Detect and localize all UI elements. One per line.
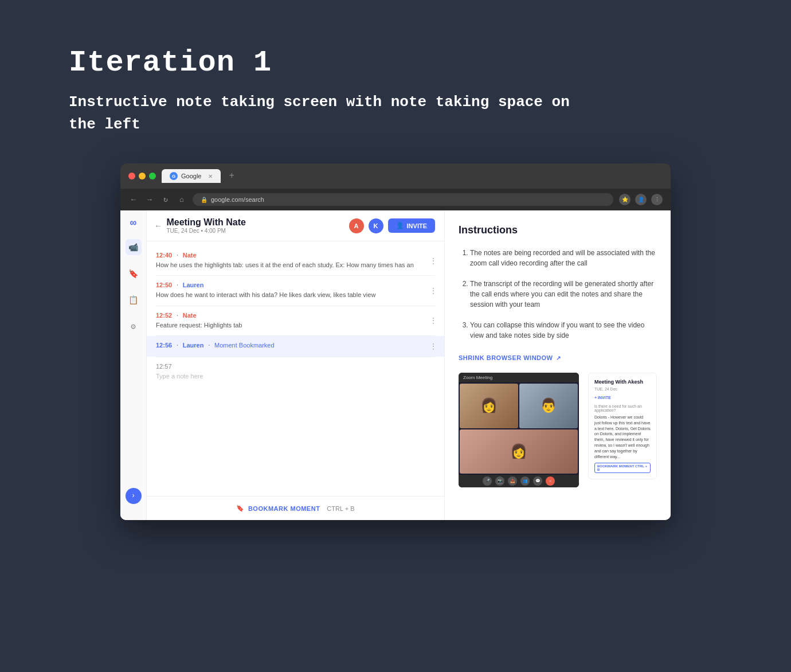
meeting-info: Meeting With Nate TUE, 24 Dec • 4:00 PM [166,217,246,234]
logo-symbol: ∞ [130,217,136,229]
note-item[interactable]: 12:40 · Nate How he uses the highlights … [147,246,444,275]
instruction-item-1: The notes are being recorded and will be… [470,248,657,268]
add-tab-button[interactable]: + [229,171,234,181]
meeting-meta: TUE, 24 Dec • 4:00 PM [166,228,246,234]
back-button[interactable]: ← [156,221,160,230]
note-time: 12:57 [156,363,172,370]
invite-button[interactable]: 👤 INVITE [388,218,435,233]
note-author: Lauren [183,342,204,349]
lock-icon: 🔒 [201,197,207,203]
chat-button[interactable]: 💬 [533,476,542,486]
instructions-list: The notes are being recorded and will be… [459,248,657,341]
video-grid: 👩 👨 👩 [459,382,579,475]
participants-button[interactable]: 👥 [520,476,530,486]
note-kebab-menu[interactable]: ⋮ [429,256,437,265]
meeting-header-left: ← Meeting With Nate TUE, 24 Dec • 4:00 P… [156,217,246,234]
note-separator: · [175,282,179,288]
note-separator: · [175,252,179,259]
note-meta: 12:57 [156,363,435,370]
mini-meeting-title: Meeting With Akesh [594,379,651,385]
browser-dots [128,173,156,179]
page-wrapper: Iteration 1 Instructive note taking scre… [0,0,791,672]
nav-refresh-button[interactable]: ↻ [160,195,171,204]
invite-icon: 👤 [396,222,404,229]
note-item-bookmarked[interactable]: 12:56 · Lauren · Moment Bookmarked ⋮ [147,336,444,357]
browser-address-bar: ← → ↻ ⌂ 🔒 google.com/search ⭐ 👤 ⋮ [120,189,671,210]
extension-icon-3[interactable]: ⋮ [651,194,663,205]
camera-button[interactable]: 📷 [495,476,504,486]
dot-red[interactable] [128,173,135,179]
browser-tab[interactable]: G Google ✕ [162,169,221,183]
sidebar-icon-settings[interactable]: ⚙ [126,318,142,334]
mini-side-panel: Meeting With Akesh TUE, 24 Dec + INVITE … [588,373,657,479]
note-input-item[interactable]: 12:57 Type a note here [147,357,444,386]
note-time: 12:52 [156,312,172,319]
instruction-item-2: The transcript of the recording will be … [470,279,657,310]
address-input[interactable]: 🔒 google.com/search [193,193,613,206]
note-author: Nate [183,252,197,259]
nav-home-button[interactable]: ⌂ [177,196,187,204]
sidebar-icon-bookmark[interactable]: 🔖 [126,265,142,282]
share-button[interactable]: 📤 [508,476,517,486]
sidebar-expand-button[interactable]: › [126,488,142,504]
note-separator: · [175,342,179,349]
mini-invite-button[interactable]: + INVITE [594,396,651,400]
tab-label: Google [181,173,201,179]
meeting-header: ← Meeting With Nate TUE, 24 Dec • 4:00 P… [147,210,444,241]
nav-back-button[interactable]: ← [128,196,139,204]
arrow-icon: › [131,492,135,500]
sidebar-icon-video[interactable]: 📹 [126,239,142,255]
video-cell-1: 👩 [460,384,518,428]
tab-close-button[interactable]: ✕ [208,173,213,179]
shrink-icon: ↗ [556,355,561,361]
mini-bookmark-button[interactable]: BOOKMARK MOMENT CTRL + B [594,463,651,473]
note-separator: · [207,342,211,349]
page-subtitle: Instructive note taking screen with note… [69,91,585,136]
note-kebab-menu[interactable]: ⋮ [429,342,437,351]
sidebar-icon-clipboard[interactable]: 📋 [126,292,142,308]
instructions-panel: Instructions The notes are being recorde… [445,210,671,520]
note-time: 12:40 [156,252,172,259]
dot-green[interactable] [149,173,156,179]
participant-avatar-1: 👩 [460,384,518,428]
extension-icon-2[interactable]: 👤 [635,194,647,205]
nav-forward-button[interactable]: → [144,196,155,204]
note-text: How he uses the highlights tab: uses it … [156,261,435,269]
sidebar-nav: 📹 🔖 📋 ⚙ [126,239,142,478]
note-text: Feature request: Highlights tab [156,321,435,330]
mini-meeting-meta: TUE, 24 Dec [594,387,651,391]
note-author: Lauren [183,282,204,288]
note-kebab-menu[interactable]: ⋮ [429,286,437,296]
sidebar: ∞ 📹 🔖 📋 ⚙ › [120,210,147,520]
google-favicon: G [170,172,178,180]
video-controls-bar: 🎤 📷 📤 👥 💬 ✕ [459,475,579,487]
note-meta: 12:50 · Lauren [156,282,435,288]
note-meta: 12:56 · Lauren · Moment Bookmarked [156,342,435,349]
video-area: Zoom Meeting 👩 👨 [459,373,579,487]
shortcut-label: CTRL + B [327,505,354,512]
note-item[interactable]: 12:50 · Lauren How does he want to inter… [147,276,444,305]
avatar-a: A [349,218,364,233]
bookmark-icon: 🔖 [236,505,245,512]
note-meta: 12:40 · Nate [156,252,435,259]
mini-chat-text: Doloris - However we could just follow u… [594,415,651,459]
note-author: Nate [183,312,197,319]
instructions-title: Instructions [459,224,657,236]
browser-chrome: G Google ✕ + [120,163,671,189]
note-meta: 12:52 · Nate [156,312,435,319]
sidebar-bottom-section: › [126,488,142,513]
shrink-browser-link[interactable]: SHRINK BROWSER WINDOW ↗ [459,354,657,361]
bookmark-moment-button[interactable]: 🔖 BOOKMARK MOMENT [236,505,320,512]
extension-icon-1[interactable]: ⭐ [619,194,631,205]
video-preview-section: Zoom Meeting 👩 👨 [459,373,657,487]
note-kebab-menu[interactable]: ⋮ [429,316,437,326]
note-placeholder[interactable]: Type a note here [156,372,435,381]
mute-button[interactable]: 🎤 [483,476,492,486]
note-text: How does he want to interact with his da… [156,291,435,299]
participant-avatar-3: 👩 [460,429,578,474]
end-call-button[interactable]: ✕ [546,476,555,486]
bookmark-label: Moment Bookmarked [214,342,275,349]
notes-list: 12:40 · Nate How he uses the highlights … [147,241,444,496]
dot-yellow[interactable] [139,173,146,179]
note-item[interactable]: 12:52 · Nate Feature request: Highlights… [147,306,444,335]
